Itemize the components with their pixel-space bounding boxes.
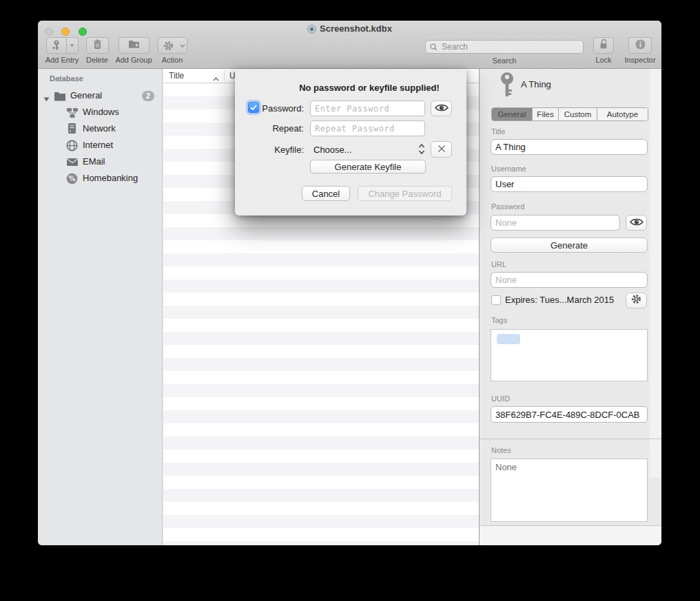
uuid-field[interactable]: [491, 406, 648, 423]
keyfile-popup[interactable]: Choose...: [313, 145, 352, 155]
search-field[interactable]: [425, 40, 584, 54]
sidebar-item-label: Windows: [83, 107, 119, 117]
eye-icon: [435, 103, 449, 115]
dialog-repeat-input[interactable]: [310, 120, 425, 136]
password-field[interactable]: [491, 215, 620, 231]
username-field-label: Username: [491, 165, 526, 173]
sidebar-item-label: EMail: [83, 156, 105, 167]
inspector-label: Inspector: [621, 56, 659, 64]
sidebar-item-label: Homebanking: [83, 173, 138, 183]
toolbar-group-add-group: Add Group: [112, 37, 155, 64]
lock-button[interactable]: [593, 37, 614, 54]
generate-keyfile-button[interactable]: Generate Keyfile: [310, 160, 426, 173]
sidebar-item-label: Internet: [83, 140, 113, 150]
inspector-footer: [480, 526, 661, 545]
action-label: Action: [155, 56, 189, 64]
section-divider: [480, 439, 661, 439]
folder-plus-icon: [128, 39, 140, 52]
sidebar-item-email[interactable]: EMail: [38, 154, 162, 171]
inspector-scrollbar[interactable]: [650, 69, 661, 478]
cancel-button[interactable]: Cancel: [302, 186, 350, 201]
notes-field[interactable]: [491, 458, 648, 522]
eye-icon: [630, 217, 644, 229]
tab-custom[interactable]: Custom: [559, 108, 597, 120]
generate-password-button[interactable]: Generate: [491, 238, 648, 253]
key-plus-icon: [47, 38, 66, 53]
info-icon: [635, 39, 646, 52]
folder-icon: [54, 91, 66, 103]
trash-icon: [93, 39, 102, 52]
sidebar-header: Database: [50, 74, 83, 83]
sidebar-item-windows[interactable]: Windows: [38, 105, 162, 121]
dialog-message: No password or keyfile supplied!: [273, 83, 466, 93]
sidebar-item-internet[interactable]: Internet: [38, 138, 162, 154]
expires-label: Expires: Tues...March 2015: [505, 295, 614, 305]
search-input[interactable]: [440, 41, 579, 52]
sidebar-item-network[interactable]: Network: [38, 121, 162, 138]
clear-keyfile-button[interactable]: [431, 141, 452, 158]
search-icon: [430, 43, 438, 51]
column-header-title[interactable]: Title: [169, 71, 184, 81]
password-checkbox[interactable]: [248, 102, 259, 113]
lock-label: Lock: [589, 56, 618, 64]
dialog-repeat-label: Repeat:: [260, 123, 304, 134]
toolbar-group-search: Search: [421, 37, 588, 65]
action-chevron-icon: [178, 38, 187, 53]
sort-ascending-icon: [213, 74, 219, 83]
sidebar-item-general[interactable]: General 2: [38, 88, 162, 105]
sidebar-item-homebanking[interactable]: % Homebanking: [38, 171, 162, 187]
sidebar-item-label: Network: [83, 123, 116, 134]
tab-general[interactable]: General: [492, 108, 533, 120]
expires-row: Expires: Tues...March 2015: [491, 295, 614, 305]
tag-pill[interactable]: [497, 334, 520, 344]
inspector-button[interactable]: [628, 37, 652, 54]
sidebar: Database General 2 Windows Network: [38, 69, 163, 545]
tags-box[interactable]: [491, 329, 648, 381]
expires-settings-button[interactable]: [626, 293, 647, 308]
inspector-tabs: General Files Custom Autotype: [491, 107, 648, 121]
server-icon: [68, 123, 76, 136]
url-field[interactable]: [491, 272, 648, 288]
notes-label: Notes: [491, 446, 511, 454]
action-button[interactable]: [158, 37, 187, 54]
change-password-button[interactable]: Change Password: [358, 186, 452, 201]
dialog-password-input[interactable]: [310, 101, 425, 116]
add-group-label: Add Group: [112, 56, 155, 64]
username-field[interactable]: [491, 176, 648, 192]
add-entry-label: Add Entry: [42, 56, 82, 64]
window-header: Screenshot.kdbx Add Entry Delete: [38, 21, 661, 69]
tags-label: Tags: [491, 316, 507, 324]
add-entry-dropdown-arrow[interactable]: [66, 38, 77, 53]
uuid-label: UUID: [491, 394, 510, 403]
disclosure-triangle-icon[interactable]: [43, 94, 50, 104]
password-field-label: Password: [491, 202, 524, 211]
tab-files[interactable]: Files: [533, 108, 559, 120]
close-x-icon: [438, 143, 446, 156]
dialog-keyfile-label: Keyfile:: [260, 145, 304, 155]
document-icon: [307, 25, 316, 36]
delete-label: Delete: [82, 56, 112, 64]
globe-icon: [66, 140, 78, 154]
column-separator[interactable]: [224, 70, 225, 81]
percent-icon: %: [66, 173, 78, 187]
show-password-button[interactable]: [626, 215, 647, 231]
url-field-label: URL: [491, 260, 506, 268]
envelope-icon: [66, 158, 79, 169]
add-entry-button[interactable]: [46, 37, 79, 54]
expires-checkbox[interactable]: [491, 295, 501, 305]
workgroup-icon: [66, 107, 79, 120]
entry-count-badge: 2: [142, 91, 154, 101]
title-field[interactable]: [491, 139, 648, 155]
toolbar-group-lock: Lock: [589, 37, 618, 64]
toolbar-group-delete: Delete: [82, 37, 112, 64]
gear-icon: [631, 294, 641, 307]
delete-button[interactable]: [86, 37, 109, 54]
add-group-button[interactable]: [119, 37, 150, 54]
sidebar-item-label: General: [70, 90, 102, 101]
gear-icon: [158, 38, 178, 53]
tab-autotype[interactable]: Autotype: [597, 108, 648, 120]
toolbar-group-inspector: Inspector: [621, 37, 659, 64]
stepper-icon[interactable]: [418, 143, 425, 158]
inspector-panel: A Thing General Files Custom Autotype Ti…: [480, 69, 661, 545]
dialog-show-password-button[interactable]: [431, 101, 452, 116]
